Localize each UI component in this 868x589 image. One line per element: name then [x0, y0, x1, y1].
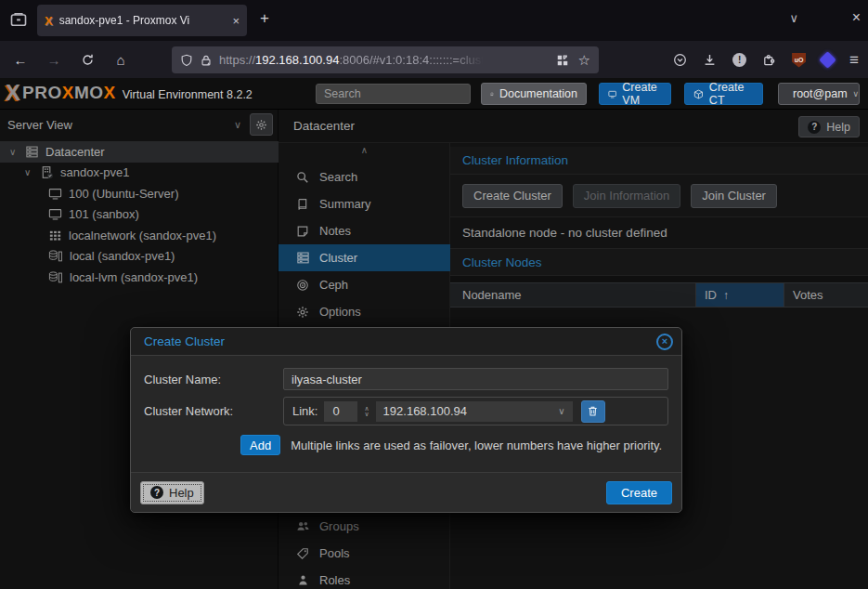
lock-icon[interactable] [200, 54, 213, 67]
trash-icon [587, 405, 599, 417]
global-search-input[interactable] [316, 84, 471, 104]
monitor-icon [608, 88, 616, 100]
nav-right-icons: ! uO [673, 46, 859, 73]
dialog-title-bar[interactable]: Create Cluster × [131, 328, 681, 356]
new-tab-button[interactable] [260, 9, 269, 28]
cube-icon [693, 88, 704, 100]
cluster-name-label: Cluster Name: [144, 373, 283, 386]
version-subtitle: Virtual Environment 8.2.2 [123, 85, 253, 101]
question-icon [150, 486, 163, 499]
link-address-select[interactable]: 192.168.100.94 [376, 401, 573, 422]
dialog-create-button[interactable]: Create [606, 481, 672, 504]
failover-note: Multiple links are used as failover, low… [291, 438, 662, 452]
info-icon[interactable]: ! [732, 53, 746, 67]
tab-close-icon[interactable] [232, 14, 240, 28]
proxmox-favicon-icon: X [45, 14, 53, 28]
add-link-row: Add Multiple links are used as failover,… [240, 435, 668, 455]
ublock-origin-icon[interactable]: uO [792, 53, 806, 68]
window-close-icon[interactable] [852, 9, 861, 26]
url-bar[interactable]: https://192.168.100.94:8006/#v1:0:18:4::… [172, 46, 599, 73]
link-number-input[interactable]: 0 [324, 401, 357, 422]
dialog-body: Cluster Name: Cluster Network: Link: 0 1… [131, 356, 681, 455]
create-cluster-dialog: Create Cluster × Cluster Name: Cluster N… [130, 327, 682, 513]
home-button[interactable] [108, 52, 134, 68]
proxmox-header: X PROXMOX Virtual Environment 8.2.2 Docu… [0, 78, 868, 110]
dialog-help-button[interactable]: Help [140, 481, 204, 504]
back-button[interactable] [7, 52, 33, 68]
cluster-name-row: Cluster Name: [144, 368, 668, 390]
number-spinner[interactable] [364, 406, 369, 417]
chevron-down-icon [853, 89, 860, 98]
firefox-view-icon[interactable] [9, 10, 30, 31]
browser-tab-bar: X sandox-pve1 - Proxmox Vi [0, 0, 868, 41]
proxmox-wordmark: PROXMOX [22, 83, 116, 103]
bookmark-star-icon[interactable] [578, 52, 590, 69]
create-vm-button[interactable]: Create VM [599, 83, 671, 105]
cluster-name-input[interactable] [283, 368, 668, 390]
shield-icon[interactable] [180, 54, 193, 67]
cluster-network-label: Cluster Network: [144, 397, 283, 418]
url-scheme: https:// [219, 53, 255, 67]
url-path: :8006/#v1:0:18:4:::::::=clust [339, 53, 484, 67]
extensions-puzzle-icon[interactable] [762, 53, 776, 67]
reload-button[interactable] [74, 53, 100, 67]
dialog-close-icon[interactable]: × [656, 334, 673, 350]
hamburger-menu-icon[interactable] [849, 51, 859, 70]
dialog-title: Create Cluster [144, 334, 225, 348]
cluster-network-row: Cluster Network: Link: 0 192.168.100.94 [144, 397, 668, 425]
add-link-button[interactable]: Add [240, 435, 280, 455]
link-fieldset: Link: 0 192.168.100.94 [283, 397, 668, 425]
downloads-icon[interactable] [703, 53, 717, 67]
url-host: 192.168.100.94 [255, 53, 339, 67]
list-tabs-icon[interactable] [789, 11, 798, 25]
tab-title: sandox-pve1 - Proxmox Vi [59, 14, 229, 27]
url-text: https://192.168.100.94:8006/#v1:0:18:4::… [219, 53, 556, 67]
purple-extension-icon[interactable] [819, 51, 836, 68]
create-ct-button[interactable]: Create CT [684, 83, 763, 105]
chevron-down-icon [558, 406, 564, 416]
link-label: Link: [292, 404, 317, 418]
user-menu-button[interactable]: root@pam [778, 83, 860, 105]
container-grid-icon[interactable] [556, 54, 569, 67]
browser-tab[interactable]: X sandox-pve1 - Proxmox Vi [37, 5, 247, 36]
forward-button[interactable] [41, 52, 67, 68]
pocket-icon[interactable] [673, 53, 687, 67]
dialog-footer: Help Create [131, 472, 681, 512]
documentation-button[interactable]: Documentation [481, 83, 587, 105]
proxmox-x-logo-icon: X [6, 81, 20, 105]
book-icon [490, 88, 494, 100]
delete-link-button[interactable] [581, 400, 605, 423]
proxmox-logo: X PROXMOX Virtual Environment 8.2.2 [6, 81, 253, 105]
